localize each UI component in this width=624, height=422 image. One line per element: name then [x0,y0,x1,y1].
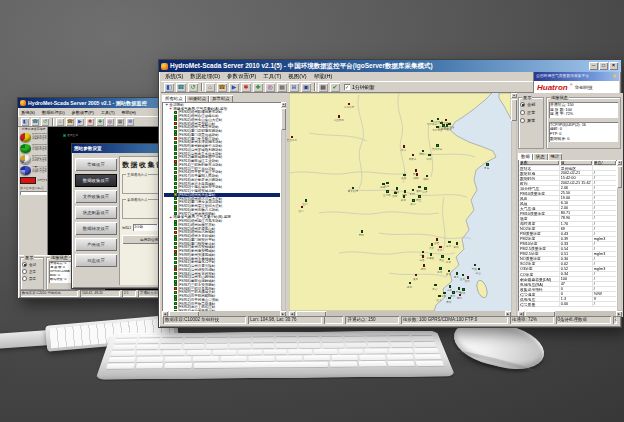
radio-dot[interactable] [520,110,525,115]
toolbar-button[interactable]: ▶ [76,118,84,126]
parameter-table[interactable]: 参数值单位/区站名泉州地区数据日期2002-02-21/数据时间15:42:00… [519,160,616,311]
dialog-nav-button[interactable]: 数据收集设置 [75,174,117,187]
display-radio[interactable]: 全部 [22,262,42,267]
menu-item[interactable]: 视图(V) [288,73,306,80]
table-cell: 2002-02-21 [560,171,593,175]
station-tab[interactable]: 异常站点 [209,95,233,102]
scroll-thumb[interactable] [281,108,286,130]
dialog-nav-button[interactable]: 状态刷新设置 [75,206,117,219]
map-marker-label: 西安临潼 [348,189,358,193]
radio-dot[interactable] [22,269,27,274]
window-button[interactable]: × [609,62,618,70]
data-tab[interactable]: 状态 [533,153,548,160]
data-tab[interactable]: 数据 [518,153,533,160]
menu-item[interactable]: 数据处理(D) [42,110,65,115]
toolbar-button[interactable]: ☎ [176,83,186,92]
radio-dot[interactable] [22,262,27,267]
table-row[interactable]: 信号质量0.00/ [519,302,616,307]
dialog-nav-button[interactable]: 文件收集设置 [75,190,117,203]
key [321,337,343,342]
radio-label: 正常 [29,270,36,274]
toolbar-button[interactable]: ◧ [164,83,174,92]
main-window[interactable]: HydroMet-Scada Server 2010 v2.1(5) - 中国环… [158,59,622,328]
menu-item[interactable]: 工具(T) [263,73,281,80]
toolbar-button[interactable]: ✚ [253,83,263,92]
refresh-checkbox[interactable]: ✓ [344,84,350,90]
menu-item[interactable]: 数据处理(D) [190,73,220,80]
toolbar-button[interactable]: ☎ [31,118,39,126]
station-tab[interactable]: 记录站点 [186,95,210,102]
toolbar-button[interactable]: ↺ [41,118,49,126]
toolbar-button[interactable]: ✚ [96,118,104,126]
toolbar-button[interactable]: ◧ [21,118,29,126]
dialog-nav-button[interactable]: 常规设置 [75,158,117,171]
toolbar-button[interactable]: ☎ [66,118,74,126]
radio-dot[interactable] [520,102,525,107]
scroll-up-arrow[interactable]: ▲ [281,102,286,107]
key [389,348,414,353]
dialog-nav-button[interactable]: 产品设置 [75,238,117,251]
menu-item[interactable]: 帮助(H) [314,73,333,80]
connection-status-group: 连接状态 开通站点: 150连 接 数: 100连 通 率: 72% TCP/I… [546,97,621,149]
tree-node-icon: ✦ [165,103,168,106]
menu-item[interactable]: 系统(S) [165,73,183,80]
table-cell: / [593,257,616,261]
key [387,355,414,361]
key [344,337,366,342]
display-radio[interactable]: 异常 [520,118,542,123]
dialog-nav-button[interactable]: 日志设置 [75,254,117,267]
toolbar-button[interactable]: ⌂ [56,118,64,126]
station-tree[interactable]: ✦全部测站✦福建省气象局-空气质量站(A)-监管(FS900)福州鼓楼杨桥东路站… [164,103,280,311]
toolbar-button[interactable]: ◎ [106,118,114,126]
menu-item[interactable]: 参数设置(P) [227,73,256,80]
toolbar-button[interactable]: ▦ [116,118,124,126]
dialog-group-legend: 备用通讯方式 [126,198,148,202]
key [414,342,437,347]
radio-dot[interactable] [520,118,525,123]
toolbar-button[interactable]: ⊞ [126,118,134,126]
toolbar-button[interactable]: ⌂ [205,83,215,92]
toolbar-button[interactable]: ▦ [318,83,328,92]
sidebar-slider[interactable] [20,191,47,195]
radio-dot[interactable] [22,276,27,281]
key [192,356,219,362]
main-titlebar[interactable]: HydroMet-Scada Server 2010 v2.1(5) - 中国环… [159,60,621,72]
menu-item[interactable]: 参数设置(P) [72,110,94,115]
window-button[interactable]: ─ [589,62,598,70]
column-header: 值 [560,160,593,165]
key [164,363,192,369]
display-radio[interactable]: 异常 [22,276,42,281]
key [304,355,331,361]
tree-vscrollbar[interactable]: ▲ [281,102,286,311]
station-tab[interactable]: 所有站点 [162,95,186,102]
map-panel[interactable]: 二连浩特乌兰察布巴彦淖尔北京海淀北京昌平北京朝阳北京东城北京通州北京顺义北京平谷… [289,93,517,317]
scroll-up-arrow[interactable]: ▲ [617,160,622,165]
menu-item[interactable]: 系统(S) [21,110,35,115]
menu-item[interactable]: 工具(T) [101,110,115,115]
status-segment: 运行状态: 05:46:32 接收3条数据 [613,316,617,324]
status-line: 数据转发: 0 [550,137,617,142]
table-vscrollbar[interactable]: ▲ [617,160,622,311]
menu-item[interactable]: 帮助(H) [122,110,136,115]
window-button[interactable]: □ [599,62,608,70]
toolbar-button[interactable]: ✔ [330,83,340,92]
dialog-nav-button[interactable]: 数据转发设置 [75,222,117,235]
toolbar-button[interactable]: ☎ [217,83,227,92]
toolbar-button[interactable]: ⊞ [289,83,299,92]
display-radio[interactable]: 正常 [520,110,542,115]
table-cell: / [593,176,616,180]
table-cell: / [593,201,616,205]
data-tab[interactable]: 统计 [548,153,563,160]
toolbar-button[interactable]: ◎ [265,83,275,92]
display-radio[interactable]: 全部 [520,102,542,107]
toolbar-button[interactable]: ▣ [301,83,311,92]
key [137,339,159,344]
toolbar-button[interactable]: ✱ [241,83,251,92]
toolbar-button[interactable]: ▶ [229,83,239,92]
display-radio[interactable]: 正常 [22,269,42,274]
toolbar-button[interactable]: ▦ [277,83,287,92]
toolbar-button[interactable]: ↺ [188,83,198,92]
scroll-thumb[interactable] [617,166,622,188]
data-panel-top: 显示 全部正常异常 连接状态 开通站点: 150连 接 数: 100连 通 率:… [517,95,623,151]
toolbar-button[interactable]: ✱ [86,118,94,126]
